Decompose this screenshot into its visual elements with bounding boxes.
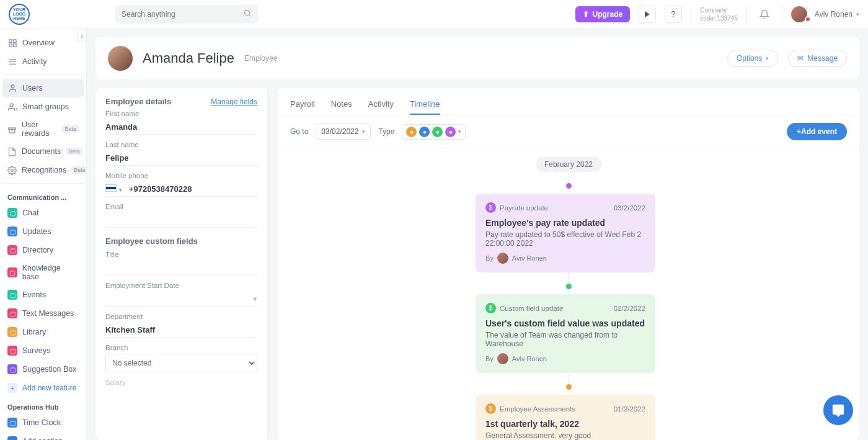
menu-icon [7,56,17,66]
add-event-button[interactable]: +Add event [787,123,847,140]
sidebar-item-events[interactable]: ▢Events [2,285,84,304]
feature-icon: ▢ [7,267,17,277]
start-date-value[interactable]: ▾ [105,292,257,307]
tab-activity[interactable]: Activity [368,94,394,115]
tab-payroll[interactable]: Payroll [290,94,315,115]
event-type-icon: $ [485,403,496,414]
sidebar: ‹ OverviewActivity UsersSmart groupsUser… [0,29,87,440]
sidebar-item-suggestion-box[interactable]: ▢Suggestion Box [2,360,84,379]
add-section-button[interactable]: + Add section [2,432,84,440]
event-description: Pay rate updated to 50$ effective of Wed… [485,230,645,248]
feature-icon: ▢ [7,364,17,374]
timeline-event-card[interactable]: $Employee Assessments01/2/20221st quarte… [476,395,655,440]
timeline-toolbar: Go to 03/02/2022 ▾ Type ●●●●▾ +Add event [278,115,859,148]
sidebar-item-chat[interactable]: ▢Chat [2,204,84,222]
svg-line-1 [249,15,251,17]
timeline-event-card[interactable]: $Payrate update03/2/2022Employee's pay r… [476,194,655,272]
sidebar-item-library[interactable]: ▢Library [2,323,84,341]
feature-icon: ▢ [7,327,17,337]
search-icon [243,9,252,19]
mobile-value[interactable]: ▾ +9720538470228 [105,182,257,197]
sidebar-item-knowledge-base[interactable]: ▢Knowledge base [2,259,84,285]
sidebar-item-activity[interactable]: Activity [2,52,84,71]
event-author: By Aviv Ronen [485,253,645,264]
timeline-dot [566,183,572,189]
notifications-icon[interactable] [756,6,773,23]
department-value[interactable]: Kitchen Staff [105,323,257,338]
email-value[interactable] [105,213,257,228]
status-dot-icon [805,16,811,22]
sidebar-item-documents[interactable]: DocumentsBeta [2,142,84,161]
intercom-button[interactable] [823,395,853,425]
beta-badge: Beta [66,148,82,155]
sidebar-item-surveys[interactable]: ▢Surveys [2,341,84,360]
svg-rect-5 [13,43,16,46]
svg-marker-2 [645,11,650,17]
gift-icon [7,124,17,134]
event-type: Payrate update [500,204,548,212]
collapse-sidebar-button[interactable]: ‹ [77,30,87,42]
employee-avatar [108,46,133,71]
timeline-event-card[interactable]: $Custom field update02/2/2022User's cust… [476,294,655,373]
goto-label: Go to [290,127,308,136]
sidebar-item-user-rewards[interactable]: User rewardsBeta [2,116,84,142]
tab-notes[interactable]: Notes [331,94,352,115]
branch-select[interactable]: No selected [105,354,257,372]
type-filter[interactable]: ●●●●▾ [402,124,466,140]
message-button[interactable]: ✉ Message [788,50,847,67]
beta-badge: Beta [62,125,79,133]
type-chip: ● [406,127,417,137]
panel-title: Employee details [105,97,171,106]
timeline-month: February 2022 [536,157,601,172]
tab-timeline[interactable]: Timeline [410,94,440,115]
event-date: 03/2/2022 [614,204,645,212]
type-chip: ● [445,127,456,137]
upgrade-button[interactable]: ⬆ Upgrade [575,6,631,22]
help-button[interactable]: ? [665,6,682,23]
type-chip: ● [419,127,430,137]
users-icon [7,102,17,112]
timeline-dot [566,384,572,390]
flag-icon [105,184,117,192]
svg-rect-6 [9,43,11,46]
play-button[interactable] [639,6,656,23]
sidebar-item-overview[interactable]: Overview [2,34,84,52]
upgrade-label: Upgrade [593,10,623,19]
add-feature-button[interactable]: + Add new feature [2,379,84,397]
svg-point-10 [11,84,14,88]
search-input[interactable] [122,10,243,19]
sidebar-item-time-clock[interactable]: ▢Time Clock [2,413,84,432]
search-box[interactable] [115,5,258,24]
top-bar: YOURLOGOHERE ⬆ Upgrade ? Company code: 1… [0,0,868,29]
chevron-down-icon: ▾ [856,11,859,17]
event-title: User's custom field value was updated [485,318,645,328]
feature-icon: ▢ [7,418,17,428]
timeline: February 2022 $Payrate update03/2/2022Em… [389,157,748,440]
sidebar-item-smart-groups[interactable]: Smart groups [2,97,84,116]
sidebar-item-text-messages[interactable]: ▢Text Messages [2,304,84,323]
event-author: By Aviv Ronen [485,353,645,364]
options-button[interactable]: Options ▾ [727,50,778,67]
chevron-down-icon: ▾ [458,128,461,135]
sidebar-item-updates[interactable]: ▢Updates [2,222,84,241]
employee-header: Amanda Felipe Employee Options ▾ ✉ Messa… [95,37,859,79]
manage-fields-link[interactable]: Manage fields [211,97,257,106]
user-menu[interactable]: Aviv Ronen ▾ [791,6,859,22]
feature-icon: ▢ [7,245,17,255]
sidebar-item-users[interactable]: Users [2,79,84,97]
avatar [497,253,508,264]
chevron-down-icon: ▾ [766,55,769,61]
company-code: Company code: 133745 [700,6,738,22]
sidebar-item-recognitions[interactable]: RecognitionsBeta [2,161,84,179]
event-title: 1st quarterly talk, 2022 [485,419,645,429]
doc-icon [7,146,17,156]
first-name-value[interactable]: Amanda [105,120,257,135]
user-name: Aviv Ronen [815,10,852,19]
date-picker[interactable]: 03/02/2022 ▾ [316,123,371,140]
last-name-value[interactable]: Felipe [105,151,257,166]
title-value[interactable] [105,261,257,276]
feature-icon: ▢ [7,227,17,236]
feature-icon: ▢ [7,308,17,318]
sidebar-item-directory[interactable]: ▢Directory [2,241,84,259]
message-icon: ✉ [797,54,804,63]
